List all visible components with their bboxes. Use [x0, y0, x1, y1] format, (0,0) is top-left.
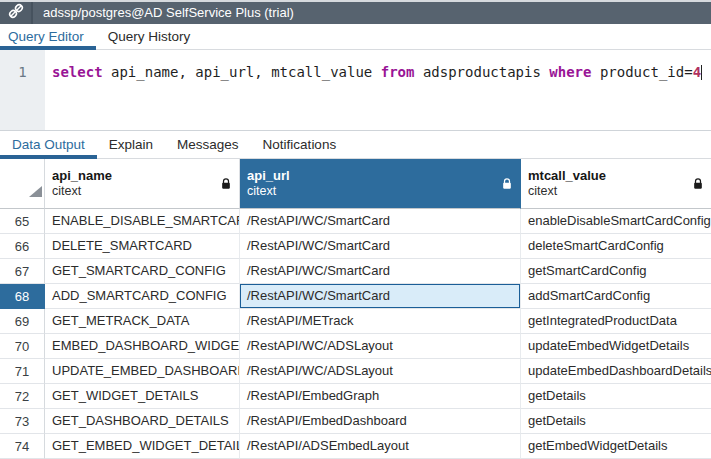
table-row: 72GET_WIDGET_DETAILS/RestAPI/EmbedGraphg… — [0, 384, 711, 409]
tab-data-output[interactable]: Data Output — [0, 131, 97, 158]
row-number[interactable]: 70 — [0, 334, 45, 359]
table-row: 68ADD_SMARTCARD_CONFIG/RestAPI/WC/SmartC… — [0, 284, 711, 309]
grid-body: 65ENABLE_DISABLE_SMARTCARD/RestAPI/WC/Sm… — [0, 209, 711, 459]
cell-mtcall-value[interactable]: getIntegratedProductData — [521, 309, 711, 334]
cell-api-url[interactable]: /RestAPI/WC/SmartCard — [240, 209, 521, 234]
connection-title-bar: adssp/postgres@AD SelfService Plus (tria… — [0, 2, 711, 24]
sql-tokens: select api_name, api_url, mtcall_value f… — [52, 64, 701, 80]
column-type: citext — [247, 184, 290, 199]
row-number[interactable]: 73 — [0, 409, 45, 434]
column-header-api-name[interactable]: api_namecitext — [45, 159, 240, 209]
cell-api-url[interactable]: /RestAPI/EmbedGraph — [240, 384, 521, 409]
cell-mtcall-value[interactable]: deleteSmartCardConfig — [521, 234, 711, 259]
cell-api-url[interactable]: /RestAPI/WC/SmartCard — [240, 284, 521, 309]
lock-icon — [221, 177, 231, 190]
table-row: 66DELETE_SMARTCARD/RestAPI/WC/SmartCardd… — [0, 234, 711, 259]
select-all-corner[interactable] — [0, 159, 45, 209]
column-header-api-url[interactable]: api_urlcitext — [240, 159, 521, 209]
row-number[interactable]: 74 — [0, 434, 45, 459]
row-number[interactable]: 67 — [0, 259, 45, 284]
table-row: 71UPDATE_EMBED_DASHBOARD_D.../RestAPI/WC… — [0, 359, 711, 384]
tab-query-history[interactable]: Query History — [96, 24, 203, 49]
tab-messages[interactable]: Messages — [165, 131, 251, 158]
row-number[interactable]: 65 — [0, 209, 45, 234]
table-row: 73GET_DASHBOARD_DETAILS/RestAPI/EmbedDas… — [0, 409, 711, 434]
column-name: api_url — [247, 168, 290, 184]
text-cursor — [701, 65, 702, 80]
cell-api-url[interactable]: /RestAPI/WC/SmartCard — [240, 234, 521, 259]
cell-api-name[interactable]: DELETE_SMARTCARD — [45, 234, 240, 259]
cell-api-url[interactable]: /RestAPI/WC/ADSLayout — [240, 334, 521, 359]
cell-api-name[interactable]: ENABLE_DISABLE_SMARTCARD — [45, 209, 240, 234]
cell-mtcall-value[interactable]: enableDisableSmartCardConfig — [521, 209, 711, 234]
cell-api-name[interactable]: GET_METRACK_DATA — [45, 309, 240, 334]
table-row: 70EMBED_DASHBOARD_WIDGET/RestAPI/WC/ADSL… — [0, 334, 711, 359]
connection-title: adssp/postgres@AD SelfService Plus (tria… — [43, 2, 294, 24]
results-grid: api_namecitextapi_urlcitextmtcall_valuec… — [0, 159, 711, 459]
cell-mtcall-value[interactable]: updateEmbedWidgetDetails — [521, 334, 711, 359]
column-name: api_name — [52, 168, 112, 184]
query-tabs: Query EditorQuery History — [0, 24, 711, 50]
line-number-gutter: 1 — [0, 50, 45, 130]
cell-api-name[interactable]: GET_WIDGET_DETAILS — [45, 384, 240, 409]
cell-mtcall-value[interactable]: getEmbedWidgetDetails — [521, 434, 711, 459]
column-type: citext — [52, 184, 112, 199]
disconnected-link-icon — [7, 2, 25, 24]
cell-api-url[interactable]: /RestAPI/ADSEmbedLayout — [240, 434, 521, 459]
tab-query-editor[interactable]: Query Editor — [0, 24, 96, 49]
table-row: 69GET_METRACK_DATA/RestAPI/METrackgetInt… — [0, 309, 711, 334]
select-all-triangle-icon — [29, 183, 42, 201]
cell-mtcall-value[interactable]: getSmartCardConfig — [521, 259, 711, 284]
table-row: 67GET_SMARTCARD_CONFIG/RestAPI/WC/SmartC… — [0, 259, 711, 284]
row-number[interactable]: 72 — [0, 384, 45, 409]
line-number: 1 — [18, 64, 26, 80]
cell-api-name[interactable]: GET_EMBED_WIDGET_DETAILS — [45, 434, 240, 459]
cell-api-name[interactable]: ADD_SMARTCARD_CONFIG — [45, 284, 240, 309]
cell-mtcall-value[interactable]: getDetails — [521, 409, 711, 434]
cell-api-name[interactable]: EMBED_DASHBOARD_WIDGET — [45, 334, 240, 359]
lock-icon — [502, 177, 512, 190]
cell-mtcall-value[interactable]: updateEmbedDashboardDetails — [521, 359, 711, 384]
sql-query-line[interactable]: select api_name, api_url, mtcall_value f… — [45, 50, 711, 130]
grid-header-row: api_namecitextapi_urlcitextmtcall_valuec… — [0, 159, 711, 209]
tab-explain[interactable]: Explain — [97, 131, 165, 158]
cell-api-url[interactable]: /RestAPI/METrack — [240, 309, 521, 334]
column-name: mtcall_value — [528, 168, 606, 184]
cell-api-url[interactable]: /RestAPI/EmbedDashboard — [240, 409, 521, 434]
column-type: citext — [528, 184, 606, 199]
cell-mtcall-value[interactable]: getDetails — [521, 384, 711, 409]
row-number[interactable]: 68 — [0, 284, 45, 309]
row-number[interactable]: 66 — [0, 234, 45, 259]
cell-api-name[interactable]: UPDATE_EMBED_DASHBOARD_D... — [45, 359, 240, 384]
table-row: 74GET_EMBED_WIDGET_DETAILS/RestAPI/ADSEm… — [0, 434, 711, 459]
lock-icon — [693, 177, 703, 190]
cell-api-name[interactable]: GET_DASHBOARD_DETAILS — [45, 409, 240, 434]
table-row: 65ENABLE_DISABLE_SMARTCARD/RestAPI/WC/Sm… — [0, 209, 711, 234]
connection-status-button[interactable] — [0, 2, 33, 24]
column-header-mtcall-value[interactable]: mtcall_valuecitext — [521, 159, 711, 209]
row-number[interactable]: 71 — [0, 359, 45, 384]
cell-api-name[interactable]: GET_SMARTCARD_CONFIG — [45, 259, 240, 284]
cell-api-url[interactable]: /RestAPI/WC/ADSLayout — [240, 359, 521, 384]
cell-mtcall-value[interactable]: addSmartCardConfig — [521, 284, 711, 309]
output-tabs: Data OutputExplainMessagesNotifications — [0, 131, 711, 159]
cell-api-url[interactable]: /RestAPI/WC/SmartCard — [240, 259, 521, 284]
row-number[interactable]: 69 — [0, 309, 45, 334]
tab-notifications[interactable]: Notifications — [251, 131, 349, 158]
sql-editor[interactable]: 1 select api_name, api_url, mtcall_value… — [0, 50, 711, 131]
